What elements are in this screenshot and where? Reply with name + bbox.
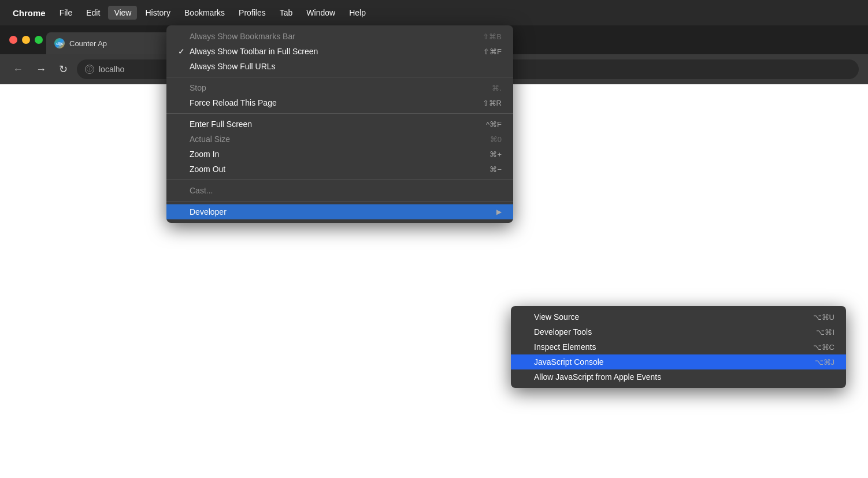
view-menu-dropdown: Always Show Bookmarks Bar ⇧⌘B ✓ Always S… xyxy=(166,25,513,223)
menu-item-zoom-in[interactable]: Zoom In ⌘+ xyxy=(166,147,513,162)
label-javascript-console: JavaScript Console xyxy=(534,357,792,367)
minimize-button[interactable] xyxy=(22,36,30,44)
close-button[interactable] xyxy=(9,36,17,44)
menu-item-always-show-bookmarks[interactable]: Always Show Bookmarks Bar ⇧⌘B xyxy=(166,29,513,44)
reload-button[interactable]: ↻ xyxy=(55,61,71,78)
label-allow-js-apple-events: Allow JavaScript from Apple Events xyxy=(534,372,811,382)
label-cast: Cast... xyxy=(190,186,478,195)
tab-favicon: cljs xyxy=(54,38,65,48)
menu-file[interactable]: File xyxy=(54,6,79,20)
fullscreen-button[interactable] xyxy=(35,36,43,44)
shortcut-actual-size: ⌘0 xyxy=(490,135,502,144)
shortcut-javascript-console: ⌥⌘J xyxy=(815,358,835,367)
menu-item-javascript-console[interactable]: JavaScript Console ⌥⌘J xyxy=(511,354,846,369)
label-actual-size: Actual Size xyxy=(190,135,467,144)
shortcut-always-show-bookmarks: ⇧⌘B xyxy=(483,32,502,41)
menu-window[interactable]: Window xyxy=(301,6,341,20)
label-force-reload: Force Reload This Page xyxy=(190,98,459,107)
shortcut-view-source: ⌥⌘U xyxy=(813,313,834,322)
menu-item-cast[interactable]: Cast... xyxy=(166,183,513,198)
developer-submenu: View Source ⌥⌘U Developer Tools ⌥⌘I Insp… xyxy=(511,306,846,388)
menu-view[interactable]: View xyxy=(108,6,137,20)
menu-item-enter-full-screen[interactable]: Enter Full Screen ^⌘F xyxy=(166,117,513,132)
label-view-source: View Source xyxy=(534,312,790,322)
menu-item-developer[interactable]: Developer ▶ xyxy=(166,204,513,219)
label-zoom-in: Zoom In xyxy=(190,150,466,159)
label-always-show-bookmarks: Always Show Bookmarks Bar xyxy=(190,32,459,41)
menu-item-actual-size[interactable]: Actual Size ⌘0 xyxy=(166,132,513,147)
label-enter-full-screen: Enter Full Screen xyxy=(190,120,463,129)
menu-item-view-source[interactable]: View Source ⌥⌘U xyxy=(511,309,846,324)
menu-chrome[interactable]: Chrome xyxy=(7,6,51,20)
menu-item-always-show-full-urls[interactable]: Always Show Full URLs xyxy=(166,59,513,74)
traffic-lights xyxy=(9,36,43,44)
shortcut-developer-tools: ⌥⌘I xyxy=(816,328,834,337)
label-developer: Developer xyxy=(190,207,492,216)
menu-tab[interactable]: Tab xyxy=(274,6,299,20)
url-text: localho xyxy=(99,65,124,74)
shortcut-zoom-out: ⌘− xyxy=(489,165,502,174)
tab-title: Counter Ap xyxy=(69,39,165,48)
menu-item-force-reload[interactable]: Force Reload This Page ⇧⌘R xyxy=(166,95,513,110)
separator-1 xyxy=(166,77,513,77)
check-always-show-toolbar: ✓ xyxy=(178,47,190,56)
shortcut-inspect-elements: ⌥⌘C xyxy=(813,343,834,352)
shortcut-stop: ⌘. xyxy=(492,84,502,92)
shortcut-enter-full-screen: ^⌘F xyxy=(486,120,502,129)
menu-item-developer-tools[interactable]: Developer Tools ⌥⌘I xyxy=(511,324,846,339)
label-developer-tools: Developer Tools xyxy=(534,327,793,337)
menu-item-always-show-toolbar[interactable]: ✓ Always Show Toolbar in Full Screen ⇧⌘F xyxy=(166,44,513,59)
security-icon: ⓘ xyxy=(85,65,94,74)
menu-bar: Chrome File Edit View History Bookmarks … xyxy=(0,0,868,25)
menu-item-stop[interactable]: Stop ⌘. xyxy=(166,80,513,95)
menu-history[interactable]: History xyxy=(139,6,176,20)
shortcut-force-reload: ⇧⌘R xyxy=(483,99,502,107)
back-button[interactable]: ← xyxy=(9,61,27,78)
label-zoom-out: Zoom Out xyxy=(190,165,466,174)
label-always-show-full-urls: Always Show Full URLs xyxy=(190,62,478,71)
label-always-show-toolbar: Always Show Toolbar in Full Screen xyxy=(190,47,460,56)
menu-help[interactable]: Help xyxy=(343,6,372,20)
menu-profiles[interactable]: Profiles xyxy=(233,6,272,20)
menu-edit[interactable]: Edit xyxy=(80,6,106,20)
separator-4 xyxy=(166,201,513,201)
label-inspect-elements: Inspect Elements xyxy=(534,342,790,352)
separator-2 xyxy=(166,113,513,114)
menu-item-inspect-elements[interactable]: Inspect Elements ⌥⌘C xyxy=(511,339,846,354)
menu-item-allow-js-apple-events[interactable]: Allow JavaScript from Apple Events xyxy=(511,369,846,384)
label-stop: Stop xyxy=(190,83,469,92)
separator-3 xyxy=(166,180,513,180)
browser-tab[interactable]: cljs Counter Ap xyxy=(46,32,173,54)
submenu-arrow-icon: ▶ xyxy=(496,208,502,216)
menu-item-zoom-out[interactable]: Zoom Out ⌘− xyxy=(166,162,513,177)
shortcut-zoom-in: ⌘+ xyxy=(489,150,502,159)
forward-button[interactable]: → xyxy=(32,61,50,78)
shortcut-always-show-toolbar: ⇧⌘F xyxy=(483,47,502,56)
menu-bookmarks[interactable]: Bookmarks xyxy=(179,6,231,20)
